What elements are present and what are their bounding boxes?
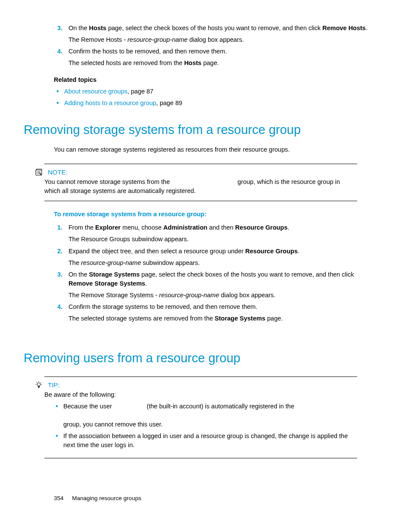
rg-name-italic: resource-group-name bbox=[128, 36, 187, 43]
hosts-bold: Hosts bbox=[184, 59, 201, 66]
step-body: On the Storage Systems page, select the … bbox=[68, 270, 368, 300]
remove-hosts-bold: Remove Hosts bbox=[322, 25, 366, 31]
italic: resource-group-name bbox=[81, 259, 141, 266]
proc-step-1: 1. From the Explorer menu, choose Admini… bbox=[54, 223, 368, 244]
bold: Storage Systems bbox=[215, 315, 265, 322]
bold: Explorer bbox=[95, 224, 121, 231]
page-number: 354 bbox=[54, 495, 64, 501]
text: . bbox=[288, 224, 290, 231]
step-body: Expand the object tree, and then select … bbox=[68, 247, 368, 268]
text: subwindow appears. bbox=[141, 259, 199, 266]
list-item: If the association between a logged in u… bbox=[53, 432, 357, 450]
step-3: 3. On the Hosts page, select the check b… bbox=[54, 24, 368, 44]
procedure-heading: To remove storage systems from a resourc… bbox=[54, 210, 368, 219]
related-topics-list: About resource groups, page 87 Adding ho… bbox=[54, 87, 368, 108]
step-body: Confirm the storage systems to be remove… bbox=[68, 302, 368, 323]
bold: Resource Groups bbox=[235, 224, 288, 231]
list-item: Adding hosts to a resource group, page 8… bbox=[54, 99, 368, 108]
step-number: 2. bbox=[54, 247, 62, 268]
step-number: 4. bbox=[54, 302, 62, 323]
related-topics-heading: Related topics bbox=[54, 75, 368, 84]
svg-rect-5 bbox=[38, 386, 40, 387]
svg-point-4 bbox=[37, 383, 40, 386]
text: page, select the check boxes of the host… bbox=[106, 25, 322, 31]
italic: resource-group-name bbox=[159, 292, 219, 299]
note-admonition: NOTE: You cannot remove storage systems … bbox=[44, 164, 357, 202]
text: Expand the object tree, and then select … bbox=[68, 248, 245, 255]
step-body: On the Hosts page, select the check boxe… bbox=[68, 24, 368, 44]
tip-icon bbox=[35, 381, 43, 389]
text: Because the user bbox=[63, 403, 114, 410]
chapter-title: Managing resource groups bbox=[72, 495, 141, 501]
text: The Remove Hosts - bbox=[68, 36, 128, 43]
text: page, select the check boxes of the host… bbox=[140, 271, 354, 278]
bold: Administration bbox=[163, 224, 207, 231]
proc-step-2: 2. Expand the object tree, and then sele… bbox=[54, 247, 368, 268]
step-number: 3. bbox=[54, 24, 62, 44]
bold: Remove Storage Systems bbox=[68, 280, 145, 287]
text: (the built-in account) is automatically … bbox=[145, 403, 294, 410]
step-body: From the Explorer menu, choose Administr… bbox=[68, 223, 368, 244]
tip-intro: Be aware of the following: bbox=[44, 390, 357, 399]
step-number: 3. bbox=[54, 270, 62, 300]
section-intro: You can remove storage systems registere… bbox=[54, 145, 368, 154]
link-about-resource-groups[interactable]: About resource groups bbox=[64, 88, 128, 95]
proc-step-4: 4. Confirm the storage systems to be rem… bbox=[54, 302, 368, 323]
text: , page 89 bbox=[156, 100, 182, 106]
note-icon bbox=[35, 168, 43, 176]
text: The bbox=[68, 259, 81, 266]
text: Confirm the storage systems to be remove… bbox=[68, 303, 257, 310]
tip-list: Because the user (the built-in account) … bbox=[53, 402, 357, 450]
link-adding-hosts[interactable]: Adding hosts to a resource group bbox=[64, 100, 156, 106]
text: dialog box appears. bbox=[187, 36, 244, 43]
text: page. bbox=[265, 315, 283, 322]
text: page. bbox=[202, 59, 219, 66]
step-body: Confirm the hosts to be removed, and the… bbox=[68, 47, 368, 68]
text: The Remove Storage Systems - bbox=[68, 292, 159, 299]
text: menu, choose bbox=[121, 224, 163, 231]
text: You cannot remove storage systems from t… bbox=[44, 178, 171, 185]
text: . bbox=[298, 248, 299, 255]
text: On the bbox=[68, 271, 89, 278]
text: , page 87 bbox=[128, 88, 153, 95]
text: The selected hosts are removed from the bbox=[68, 59, 184, 66]
text: On the bbox=[68, 25, 89, 31]
tip-admonition: TIP: Be aware of the following: Because … bbox=[44, 376, 357, 458]
step-number: 1. bbox=[54, 223, 62, 244]
step-number: 4. bbox=[54, 47, 62, 68]
text: From the bbox=[68, 224, 95, 231]
note-label: NOTE: bbox=[48, 168, 68, 177]
bold: Storage Systems bbox=[89, 271, 140, 278]
text: The selected storage systems are removed… bbox=[68, 315, 215, 322]
svg-line-10 bbox=[37, 383, 37, 383]
bold: Resource Groups bbox=[245, 248, 298, 255]
page-footer: 354 Managing resource groups bbox=[54, 494, 141, 503]
list-item: About resource groups, page 87 bbox=[54, 87, 368, 96]
proc-step-3: 3. On the Storage Systems page, select t… bbox=[54, 270, 368, 300]
hosts-bold: Hosts bbox=[89, 25, 106, 31]
svg-line-11 bbox=[40, 383, 41, 383]
text: and then bbox=[207, 224, 235, 231]
section-heading-removing-storage: Removing storage systems from a resource… bbox=[24, 121, 368, 139]
list-item: Because the user (the built-in account) … bbox=[53, 402, 357, 429]
text: . bbox=[145, 280, 147, 287]
text: The Resource Groups subwindow appears. bbox=[68, 235, 368, 244]
step-4: 4. Confirm the hosts to be removed, and … bbox=[54, 47, 368, 68]
text: dialog box appears. bbox=[219, 292, 276, 299]
text: . bbox=[366, 25, 367, 31]
section-heading-removing-users: Removing users from a resource group bbox=[24, 349, 368, 367]
text: group, you cannot remove this user. bbox=[63, 421, 163, 428]
text: Confirm the hosts to be removed, and the… bbox=[68, 48, 227, 55]
tip-label: TIP: bbox=[48, 380, 60, 390]
